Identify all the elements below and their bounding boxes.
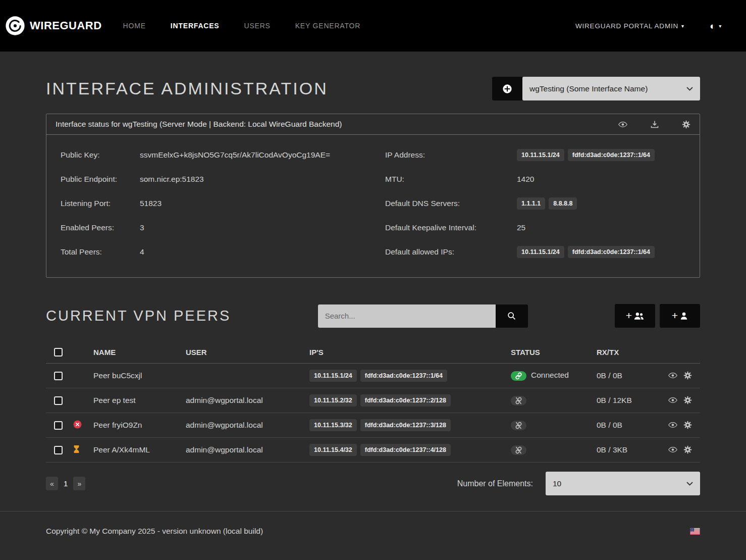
peer-ips: 10.11.15.2/32fdfd:d3ad:c0de:1237::2/128 bbox=[305, 388, 507, 413]
eye-icon bbox=[668, 397, 677, 403]
unlink-icon bbox=[511, 445, 526, 455]
copyright-text: Copyright © My Company 2025 - version un… bbox=[46, 527, 263, 536]
add-peer-button[interactable]: + bbox=[660, 304, 700, 328]
brand-name: WIREGUARD bbox=[30, 19, 102, 32]
peer-ips: 10.11.15.4/32fdfd:d3ad:c0de:1237::4/128 bbox=[305, 438, 507, 463]
wireguard-logo-icon bbox=[5, 16, 25, 36]
ip-badge: 10.11.15.4/32 bbox=[309, 444, 357, 456]
peers-section-title: CURRENT VPN PEERS bbox=[46, 308, 231, 324]
pagination: « 1 » bbox=[46, 477, 85, 490]
plus-icon: + bbox=[626, 310, 632, 321]
pagination-current-page[interactable]: 1 bbox=[61, 479, 70, 488]
download-config-button[interactable] bbox=[651, 120, 659, 128]
edit-interface-button[interactable] bbox=[682, 120, 690, 129]
ip-badge: fdfd:d3ad:c0de:1237::4/128 bbox=[360, 444, 451, 456]
theme-toggle-button[interactable]: ◐ ▾ bbox=[710, 21, 722, 31]
us-flag-icon[interactable] bbox=[690, 528, 700, 535]
row-checkbox[interactable] bbox=[54, 446, 63, 454]
col-header-rxtx: RX/TX bbox=[593, 341, 663, 364]
admin-menu-label: WIREGUARD PORTAL ADMIN bbox=[575, 22, 678, 30]
edit-peer-button[interactable] bbox=[683, 421, 692, 429]
peer-rxtx: 0B / 3KB bbox=[593, 438, 663, 463]
detail-row: Public Endpoint:som.nicr.ep:51823 bbox=[61, 167, 385, 191]
detail-row: IP Address:10.11.15.1/24fdfd:d3ad:c0de:1… bbox=[385, 143, 685, 167]
detail-value: 10.11.15.1/24fdfd:d3ad:c0de:1237::1/64 bbox=[517, 149, 658, 161]
dropdown-caret-icon: ▾ bbox=[681, 23, 684, 29]
add-multiple-peers-icon bbox=[633, 312, 644, 320]
nav-item-home[interactable]: HOME bbox=[123, 22, 146, 30]
unlink-icon bbox=[511, 421, 526, 430]
ip-badge: 10.11.15.1/24 bbox=[309, 370, 357, 382]
peer-pending-icon bbox=[73, 445, 80, 453]
elements-group: Number of Elements: 10 bbox=[457, 472, 700, 495]
add-interface-button[interactable] bbox=[492, 77, 522, 100]
edit-peer-button[interactable] bbox=[683, 371, 692, 380]
detail-row: Public Key:ssvmEelxG+k8jsNO5G7cq5r/Ak7li… bbox=[61, 143, 385, 167]
interface-card-header: Interface status for wgTesting (Server M… bbox=[46, 114, 700, 135]
peer-user bbox=[182, 364, 305, 388]
detail-label: Enabled Peers: bbox=[61, 223, 140, 232]
row-checkbox[interactable] bbox=[54, 421, 63, 430]
pagination-next-button[interactable]: » bbox=[73, 477, 85, 490]
nav-item-key-generator[interactable]: KEY GENERATOR bbox=[295, 22, 360, 30]
unlink-icon bbox=[511, 396, 526, 405]
peers-table-body: Peer buC5cxjl10.11.15.1/24fdfd:d3ad:c0de… bbox=[46, 364, 700, 463]
brand[interactable]: WIREGUARD bbox=[5, 16, 102, 36]
row-checkbox[interactable] bbox=[54, 372, 63, 380]
detail-value: 3 bbox=[140, 223, 144, 232]
view-peer-button[interactable] bbox=[668, 397, 677, 403]
peer-name: Peer fryiO9Zn bbox=[89, 413, 182, 438]
nav-item-interfaces[interactable]: INTERFACES bbox=[171, 22, 220, 30]
peer-rxtx: 0B / 12KB bbox=[593, 388, 663, 413]
dropdown-caret-icon: ▾ bbox=[719, 23, 722, 29]
detail-row: Total Peers:4 bbox=[61, 240, 385, 264]
download-icon bbox=[651, 120, 659, 128]
ip-badge: fdfd:d3ad:c0de:1237::3/128 bbox=[360, 419, 451, 431]
interface-card-body: Public Key:ssvmEelxG+k8jsNO5G7cq5r/Ak7li… bbox=[46, 135, 700, 277]
edit-peer-button[interactable] bbox=[683, 396, 692, 404]
row-checkbox[interactable] bbox=[54, 396, 63, 405]
status-text: Connected bbox=[531, 371, 569, 379]
view-peer-button[interactable] bbox=[668, 446, 677, 453]
ip-badge: fdfd:d3ad:c0de:1237::1/64 bbox=[360, 370, 447, 382]
ip-badge: fdfd:d3ad:c0de:1237::1/64 bbox=[568, 246, 655, 258]
table-header-row: NAME USER IP'S STATUS RX/TX bbox=[46, 341, 700, 364]
gear-icon bbox=[683, 371, 692, 380]
add-peer-icon bbox=[679, 312, 688, 320]
peers-table: NAME USER IP'S STATUS RX/TX Peer buC5cxj… bbox=[46, 341, 700, 463]
detail-label: Public Endpoint: bbox=[61, 175, 140, 184]
nav-links: HOMEINTERFACESUSERSKEY GENERATOR bbox=[123, 22, 575, 30]
gear-icon bbox=[682, 120, 690, 129]
view-peer-button[interactable] bbox=[668, 422, 677, 428]
ip-badge: fdfd:d3ad:c0de:1237::1/64 bbox=[568, 149, 655, 161]
eye-icon bbox=[668, 372, 677, 379]
page-head: INTERFACE ADMINISTRATION wgTesting (Some… bbox=[46, 77, 700, 100]
detail-value: 10.11.15.1/24fdfd:d3ad:c0de:1237::1/64 bbox=[517, 246, 658, 258]
detail-value: 4 bbox=[140, 247, 144, 257]
detail-row: MTU:1420 bbox=[385, 167, 685, 191]
admin-menu-button[interactable]: WIREGUARD PORTAL ADMIN ▾ bbox=[575, 22, 684, 30]
ip-badge: 10.11.15.1/24 bbox=[517, 149, 564, 161]
theme-toggle-icon: ◐ bbox=[710, 21, 716, 31]
detail-label: Total Peers: bbox=[61, 247, 140, 257]
peer-user: admin@wgportal.local bbox=[182, 388, 305, 413]
search-button[interactable] bbox=[496, 304, 528, 328]
peer-name: Peer buC5cxjl bbox=[89, 364, 182, 388]
add-multiple-peers-button[interactable]: + bbox=[615, 304, 655, 328]
interface-select[interactable]: wgTesting (Some Interface Name) bbox=[522, 77, 700, 100]
edit-peer-button[interactable] bbox=[683, 445, 692, 454]
view-interface-button[interactable] bbox=[618, 121, 627, 128]
search-icon bbox=[507, 312, 516, 320]
view-peer-button[interactable] bbox=[668, 372, 677, 379]
search-input[interactable] bbox=[318, 304, 496, 328]
select-all-checkbox[interactable] bbox=[54, 348, 63, 357]
interface-details-left: Public Key:ssvmEelxG+k8jsNO5G7cq5r/Ak7li… bbox=[61, 143, 385, 264]
col-header-name: NAME bbox=[89, 341, 182, 364]
col-header-ips: IP'S bbox=[305, 341, 507, 364]
elements-select[interactable]: 10 bbox=[546, 472, 700, 495]
ip-badge: 10.11.15.2/32 bbox=[309, 394, 357, 406]
nav-item-users[interactable]: USERS bbox=[244, 22, 271, 30]
ip-badge: 10.11.15.3/32 bbox=[309, 419, 357, 431]
interface-status-card: Interface status for wgTesting (Server M… bbox=[46, 114, 700, 278]
pagination-prev-button[interactable]: « bbox=[46, 477, 58, 490]
